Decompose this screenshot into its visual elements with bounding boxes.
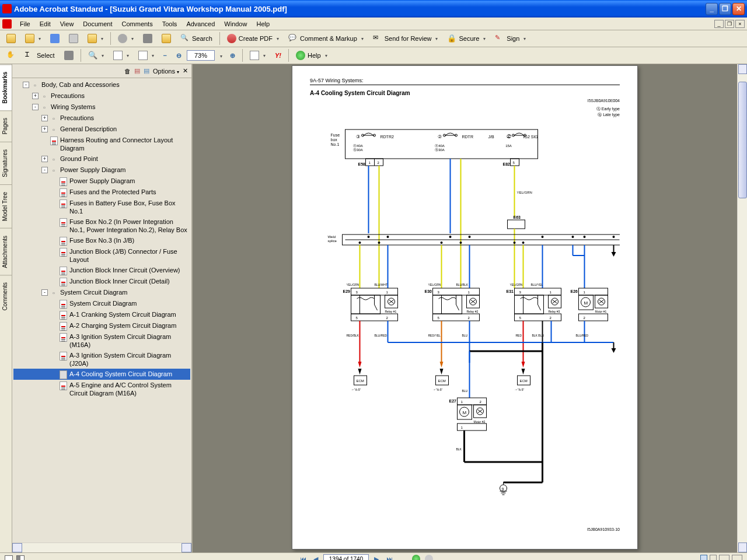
trash-icon[interactable]: 🗑 [124,68,131,75]
bookmark-item[interactable]: A-5 Engine and A/C Control System Circui… [13,380,190,398]
scan-button[interactable] [139,32,156,46]
menu-view[interactable]: View [55,19,79,29]
menu-file[interactable]: File [15,19,35,29]
zoom-plus-button[interactable]: ⊕ [226,50,239,62]
sign-button[interactable]: ✎Sign [491,32,530,46]
bookmark-item[interactable]: Junction Block (J/B) Connector / Fuse La… [13,246,190,265]
bookmark-item[interactable]: Harness Routing and Connector Layout Dia… [13,135,190,153]
new-bookmark-icon[interactable]: ▤ [134,67,140,75]
options-button[interactable]: Options ▾ [153,68,179,75]
help-button[interactable]: Help [292,48,331,62]
page-input[interactable] [323,554,369,560]
first-page-button[interactable]: ⏮ [298,554,308,560]
expand-toggle[interactable]: + [32,93,39,99]
sidetab-attachments[interactable]: Attachments [0,228,12,275]
open-button[interactable] [2,32,20,46]
expand-toggle[interactable]: - [23,82,29,88]
expand-toggle[interactable]: - [41,289,48,296]
menu-tools[interactable]: Tools [158,19,182,29]
sidetab-comments[interactable]: Comments [0,275,12,317]
snapshot-tool-button[interactable] [60,48,78,62]
single-page-icon[interactable] [700,555,707,560]
sidetab-model-tree[interactable]: Model Tree [0,184,12,228]
bookmark-item[interactable]: +▫Precautions [13,113,190,124]
zoom-input[interactable] [187,50,215,61]
print-button[interactable] [65,32,82,46]
bookmarks-tree[interactable]: -▫Body, Cab and Accessories+▫Precautions… [12,78,191,542]
bookmark-item[interactable]: System Circuit Diagram [13,298,190,309]
bookmark-item[interactable]: -▫Body, Cab and Accessories [13,79,190,90]
bookmark-item[interactable]: Fuses and the Protected Parts [13,187,190,198]
bookmark-item[interactable]: +▫General Description [13,124,190,135]
bookmark-item[interactable]: Fuses in Battery Fuse Box, Fuse Box No.1 [13,198,190,216]
select-tool-button[interactable]: ᏆSelect [21,48,59,62]
email-button[interactable] [21,32,45,46]
zoom-100-button[interactable]: ⊖ [172,50,186,62]
fit-width-button[interactable] [134,48,158,62]
menu-help[interactable]: Help [252,19,274,29]
bookmark-item[interactable]: A-1 Cranking System Circuit Diagram [13,309,190,320]
view-mode-icon[interactable] [5,555,13,560]
menu-window[interactable]: Window [219,19,252,29]
save-button[interactable] [46,32,64,46]
expand-toggle[interactable]: + [41,156,48,162]
menu-comments[interactable]: Comments [117,19,158,29]
close-button[interactable]: ✕ [732,3,745,15]
continuous-facing-icon[interactable] [732,555,742,560]
send-review-button[interactable]: ✉Send for Review [369,32,442,46]
menu-document[interactable]: Document [78,19,117,29]
zoom-out-button[interactable]: − [159,50,171,61]
prev-view-button[interactable] [411,554,421,560]
prev-page-button[interactable]: ◀ [310,554,321,560]
bookmark-item[interactable]: Power Supply Diagram [13,176,190,187]
zoom-dropdown[interactable] [216,52,225,59]
document-area[interactable]: 9A-57 Wiring Systems: A-4 Cooling System… [193,64,747,552]
sidetab-signatures[interactable]: Signatures [0,142,12,184]
expand-bookmark-icon[interactable]: ▤ [144,67,149,75]
expand-toggle[interactable]: - [41,167,48,173]
bookmark-item[interactable]: Junction Block Inner Circuit (Detail) [13,276,190,287]
bookmark-item[interactable]: A-4 Cooling System Circuit Diagram [13,369,190,380]
menu-edit[interactable]: Edit [35,19,55,29]
bookmark-item[interactable]: -▫Power Supply Diagram [13,164,190,176]
organizer-button[interactable] [83,32,107,46]
search-button[interactable]: 🔍Search [176,32,217,46]
layout-icon[interactable] [16,555,25,560]
bookmark-item[interactable]: A-3 Ignition System Circuit Diagram (M16… [13,331,190,350]
sidetab-pages[interactable]: Pages [0,110,12,141]
bookmark-item[interactable]: -▫Wiring Systems [13,102,190,113]
mdi-close-button[interactable]: × [735,20,745,28]
last-page-button[interactable]: ⏭ [384,554,395,560]
zoom-in-button[interactable]: 🔍 [84,48,108,62]
copy-button[interactable] [158,32,175,46]
bookmark-item[interactable]: A-2 Charging System Circuit Diagram [13,320,190,331]
bookmarks-hscroll[interactable] [12,542,191,552]
menu-advanced[interactable]: Advanced [181,19,219,29]
expand-toggle[interactable]: + [41,126,48,132]
bookmark-item[interactable]: +▫Ground Point [13,153,190,164]
close-panel-icon[interactable]: ✕ [183,67,188,75]
bookmark-item[interactable]: A-3 Ignition System Circuit Diagram (J20… [13,350,190,369]
minimize-button[interactable]: _ [706,3,718,15]
hand-tool-button[interactable]: ✋ [2,48,20,62]
comment-markup-button[interactable]: 💬Comment & Markup [284,32,368,46]
expand-toggle[interactable]: - [32,104,39,110]
next-view-button[interactable] [424,554,434,560]
yahoo-button[interactable]: Y! [271,50,285,61]
howto-button[interactable] [246,48,270,62]
mdi-restore-button[interactable]: ❐ [725,20,734,28]
sidetab-bookmarks[interactable]: Bookmarks [0,64,12,110]
mdi-minimize-button[interactable]: _ [714,20,724,28]
document-scrollbar-vertical[interactable] [737,64,747,552]
bookmark-item[interactable]: Fuse Box No.2 (In Power Integration No.1… [13,216,190,235]
next-page-button[interactable]: ▶ [371,554,382,560]
maximize-button[interactable]: ❐ [719,3,731,15]
attach-button[interactable] [114,32,138,46]
secure-button[interactable]: 🔒Secure [443,32,490,46]
bookmark-item[interactable]: Fuse Box No.3 (In J/B) [13,235,190,246]
bookmark-item[interactable]: -▫System Circuit Diagram [13,287,190,298]
facing-icon[interactable] [719,555,729,560]
bookmark-item[interactable]: +▫Precautions [13,90,190,102]
bookmark-item[interactable]: Junction Block Inner Circuit (Overview) [13,265,190,276]
create-pdf-button[interactable]: Create PDF [223,32,283,46]
